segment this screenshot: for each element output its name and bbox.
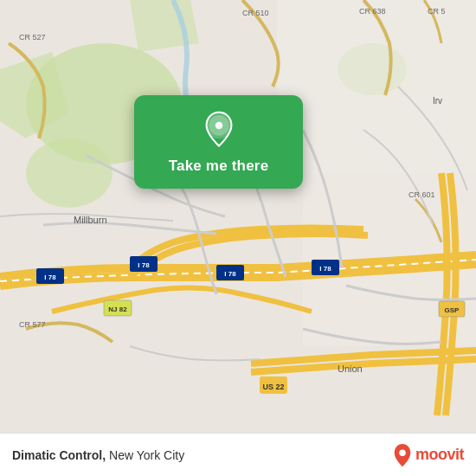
- location-title: Dimatic Control, New York City: [12, 448, 184, 462]
- svg-text:Union: Union: [338, 363, 363, 374]
- svg-point-34: [399, 449, 405, 455]
- take-me-there-button[interactable]: Take me there: [169, 158, 269, 175]
- svg-text:NJ 82: NJ 82: [108, 306, 127, 313]
- svg-point-2: [26, 138, 113, 208]
- svg-text:I 78: I 78: [44, 273, 56, 281]
- map-svg: US 22 I 78 I 78 I 78 I 78: [0, 0, 476, 433]
- svg-text:CR 5: CR 5: [428, 7, 446, 16]
- svg-text:Irv: Irv: [433, 96, 442, 106]
- moovit-logo: moovit: [392, 443, 464, 467]
- svg-text:I 78: I 78: [224, 270, 236, 278]
- popup-card[interactable]: Take me there: [134, 95, 303, 189]
- svg-text:CR 527: CR 527: [19, 33, 46, 42]
- svg-text:I 78: I 78: [319, 265, 331, 273]
- bottom-bar: Dimatic Control, New York City moovit: [0, 433, 476, 476]
- map-container: US 22 I 78 I 78 I 78 I 78: [0, 0, 476, 433]
- svg-text:I 78: I 78: [138, 261, 150, 269]
- moovit-pin-icon: [392, 443, 413, 467]
- location-pin-icon: [200, 111, 238, 149]
- svg-text:CR 601: CR 601: [408, 190, 435, 199]
- svg-text:GSP: GSP: [445, 306, 460, 314]
- svg-text:CR 577: CR 577: [19, 320, 46, 329]
- svg-text:CR 510: CR 510: [242, 9, 269, 17]
- moovit-brand-text: moovit: [415, 446, 464, 464]
- svg-text:Millburn: Millburn: [74, 215, 107, 225]
- svg-text:CR 638: CR 638: [359, 7, 386, 16]
- svg-text:US 22: US 22: [262, 383, 284, 391]
- svg-point-33: [215, 122, 222, 129]
